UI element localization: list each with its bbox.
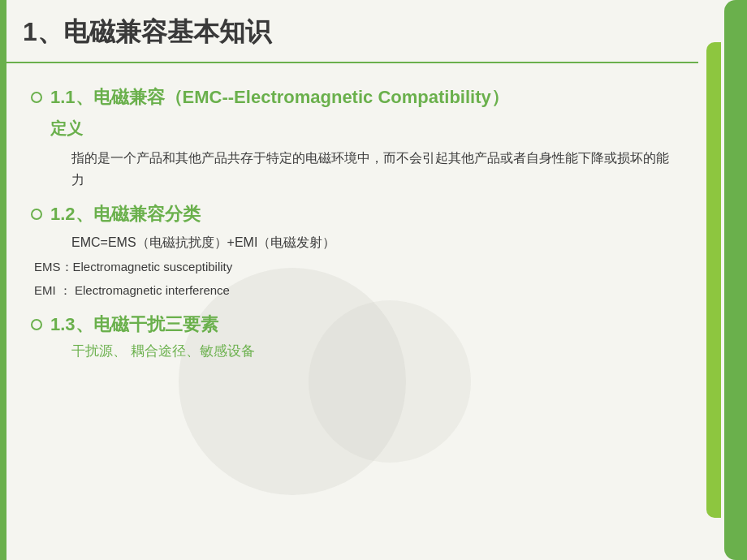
deco-bar-inner	[706, 42, 721, 519]
section-1-3-sub: 干扰源、 耦合途径、敏感设备	[31, 342, 672, 360]
heading-1-1-label: 1.1、电磁兼容（EMC--Electromagnetic Compatibil…	[50, 85, 509, 110]
content-area: 1.1、电磁兼容（EMC--Electromagnetic Compatibil…	[6, 69, 697, 560]
title-section: 1、电磁兼容基本知识	[6, 0, 698, 63]
bullet-1-2	[31, 209, 42, 220]
emi-label: EMI ： Electromagnetic interference	[31, 279, 672, 301]
section-1-2: 1.2、电磁兼容分类 EMC=EMS（电磁抗扰度）+EMI（电磁发射） EMS：…	[31, 202, 672, 300]
left-accent-bar	[0, 0, 6, 560]
deco-bar-outer	[724, 0, 747, 560]
heading-1-2-label: 1.2、电磁兼容分类	[50, 202, 201, 226]
section-1-2-formula: EMC=EMS（电磁抗扰度）+EMI（电磁发射）	[31, 231, 672, 253]
ems-label: EMS：Electromagnetic susceptibility	[31, 256, 672, 278]
section-1-1-heading: 1.1、电磁兼容（EMC--Electromagnetic Compatibil…	[31, 85, 672, 110]
heading-1-3-label: 1.3、电磁干扰三要素	[50, 312, 218, 337]
section-1-1-body: 指的是一个产品和其他产品共存于特定的电磁环境中，而不会引起其他产品或者自身性能下…	[31, 147, 672, 191]
heading-1-1-suffix: 定义	[31, 114, 672, 142]
bullet-1-1	[31, 92, 42, 103]
slide-container: 1、电磁兼容基本知识 1.1、电磁兼容（EMC--Electromagnetic…	[0, 0, 747, 560]
bullet-1-3	[31, 319, 42, 330]
section-1-3-heading: 1.3、电磁干扰三要素	[31, 312, 672, 337]
section-1-2-heading: 1.2、电磁兼容分类	[31, 202, 672, 226]
section-1-1: 1.1、电磁兼容（EMC--Electromagnetic Compatibil…	[31, 85, 672, 191]
section-1-3: 1.3、电磁干扰三要素 干扰源、 耦合途径、敏感设备	[31, 312, 672, 360]
slide-title: 1、电磁兼容基本知识	[23, 17, 271, 46]
right-decoration	[698, 0, 747, 560]
